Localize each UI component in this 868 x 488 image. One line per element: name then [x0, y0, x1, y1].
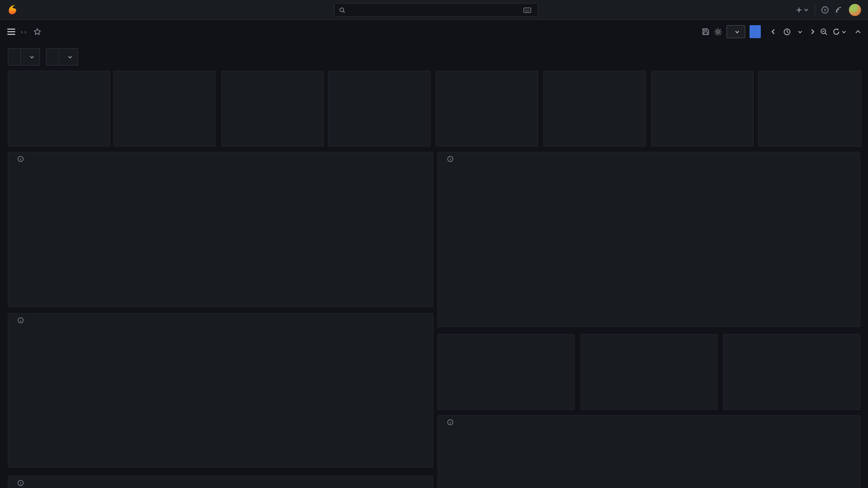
refresh-button[interactable]	[832, 28, 846, 36]
info-icon: i	[17, 480, 24, 486]
svg-text:i: i	[20, 481, 21, 485]
chevron-down-icon	[804, 7, 809, 12]
panel-ram-percent: i	[8, 152, 433, 307]
settings-gear-icon[interactable]	[714, 28, 722, 36]
variable-hosts-select[interactable]	[59, 48, 78, 66]
info-icon: i	[447, 156, 454, 162]
chevron-down-icon	[68, 55, 72, 59]
panel-cpus	[113, 71, 216, 147]
svg-text:i: i	[450, 157, 450, 161]
info-icon: i	[447, 419, 454, 426]
panel-hdd-percent: i	[8, 476, 433, 488]
chevron-down-icon	[735, 29, 740, 34]
keyboard-icon	[523, 7, 531, 13]
search-icon	[339, 7, 345, 13]
svg-text:?: ?	[824, 7, 826, 12]
panel-total-threads	[543, 71, 646, 147]
panel-uptime	[8, 71, 110, 147]
chevron-down-icon	[842, 29, 846, 34]
help-button[interactable]: ?	[821, 6, 829, 14]
info-icon: i	[17, 156, 24, 162]
svg-text:i: i	[20, 157, 21, 161]
zoom-out-icon[interactable]	[820, 28, 828, 36]
search-input[interactable]	[334, 3, 538, 17]
refresh-icon	[832, 28, 840, 36]
info-icon: i	[17, 317, 24, 324]
dashboard-toolbar: › ›	[0, 20, 868, 43]
variable-application-label	[8, 48, 20, 66]
time-forward-button[interactable]	[809, 28, 815, 35]
svg-text:i: i	[20, 319, 21, 323]
panel-network: i	[8, 313, 433, 468]
grafana-dashboard: ? › ›	[0, 0, 868, 488]
panel-memory	[436, 71, 538, 147]
clock-icon	[783, 28, 791, 36]
news-button[interactable]	[835, 6, 843, 14]
panel-cpu-percent: i	[437, 152, 860, 327]
panel-cpu-load-1m-5m: i	[437, 415, 860, 488]
time-range-picker[interactable]	[781, 28, 805, 36]
plus-icon	[796, 7, 802, 13]
collapse-toolbar-icon[interactable]	[855, 29, 861, 34]
variable-hosts	[46, 48, 78, 66]
chevron-down-icon	[798, 29, 802, 34]
grafana-logo-icon[interactable]	[7, 3, 19, 16]
menu-icon[interactable]	[7, 28, 16, 36]
add-panel-button[interactable]	[727, 25, 745, 38]
dashboard-variables	[8, 48, 78, 66]
save-icon[interactable]	[702, 28, 710, 36]
share-button[interactable]	[750, 25, 761, 38]
panel-cpu-usage-gauges	[651, 71, 753, 147]
time-back-button[interactable]	[770, 28, 776, 35]
star-icon[interactable]	[33, 28, 41, 36]
divider	[815, 5, 815, 15]
panel-cpu-load-15m	[723, 334, 860, 410]
panel-total-processes	[221, 71, 324, 147]
panel-cpu-load-5m	[580, 334, 717, 410]
chevron-down-icon	[30, 55, 34, 59]
svg-text:i: i	[450, 421, 450, 425]
variable-application	[8, 48, 40, 66]
keyboard-shortcut	[523, 7, 533, 13]
top-nav: ?	[0, 0, 868, 20]
breadcrumb-separator: ›	[20, 29, 23, 35]
variable-application-select[interactable]	[20, 48, 40, 66]
add-new-button[interactable]	[796, 7, 809, 13]
panel-memory-use-gauges	[758, 71, 861, 147]
panel-zombies	[328, 71, 431, 147]
breadcrumb: › ›	[20, 29, 27, 35]
help-icon: ?	[821, 6, 829, 14]
variable-hosts-label	[46, 48, 59, 66]
breadcrumb-separator: ›	[23, 29, 27, 35]
user-avatar[interactable]	[849, 4, 861, 16]
panel-cpu-load-1m	[437, 334, 575, 410]
rss-icon	[835, 6, 843, 14]
